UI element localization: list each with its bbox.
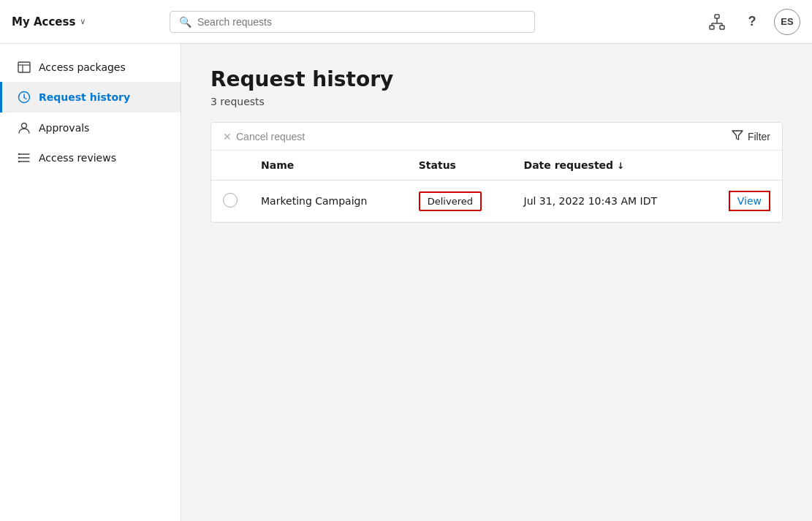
table-icon — [17, 61, 31, 73]
cancel-request-label: Cancel request — [236, 131, 305, 142]
svg-line-12 — [24, 98, 26, 99]
avatar-initials: ES — [781, 16, 793, 27]
col-name: Name — [249, 151, 407, 180]
table-header-row: Name Status Date requested ↓ — [211, 151, 782, 180]
sidebar-item-label: Request history — [39, 91, 130, 103]
row-name: Marketing Campaign — [261, 195, 367, 207]
row-radio[interactable] — [223, 193, 238, 208]
col-actions — [702, 151, 782, 180]
chevron-down-icon: ∨ — [80, 17, 86, 26]
sort-desc-icon: ↓ — [617, 161, 624, 171]
help-icon: ? — [748, 14, 756, 29]
x-icon: ✕ — [223, 131, 232, 142]
search-input[interactable] — [197, 16, 525, 28]
sidebar-item-approvals[interactable]: Approvals — [0, 113, 181, 143]
page-subtitle: 3 requests — [210, 96, 783, 107]
sidebar-item-access-reviews[interactable]: Access reviews — [0, 143, 181, 172]
filter-button[interactable]: Filter — [732, 130, 770, 142]
list-icon — [17, 152, 31, 164]
sidebar-item-access-packages[interactable]: Access packages — [0, 53, 181, 82]
header-icons: ? ES — [704, 9, 800, 35]
svg-rect-2 — [720, 26, 724, 29]
sidebar: Access packages Request history Appro — [0, 44, 181, 521]
main-layout: Access packages Request history Appro — [0, 44, 812, 521]
sidebar-item-request-history[interactable]: Request history — [0, 82, 181, 113]
col-select — [211, 151, 249, 180]
brand-button[interactable]: My Access ∨ — [12, 15, 158, 28]
svg-rect-1 — [710, 26, 714, 29]
clock-icon — [17, 91, 31, 104]
cancel-request-button[interactable]: ✕ Cancel request — [223, 131, 305, 142]
search-bar: 🔍 — [170, 11, 535, 33]
main-content: Request history 3 requests ✕ Cancel requ… — [181, 44, 812, 521]
help-button[interactable]: ? — [739, 9, 765, 35]
col-date-requested[interactable]: Date requested ↓ — [512, 151, 703, 180]
svg-point-17 — [18, 153, 20, 155]
col-status: Status — [407, 151, 512, 180]
network-icon — [709, 14, 725, 30]
svg-point-19 — [18, 161, 20, 162]
network-icon-button[interactable] — [704, 9, 730, 35]
status-badge: Delivered — [419, 191, 482, 211]
svg-rect-0 — [715, 15, 719, 18]
app-header: My Access ∨ 🔍 ? ES — [0, 0, 812, 44]
row-date-cell: Jul 31, 2022 10:43 AM IDT — [512, 180, 703, 222]
table-row: Marketing Campaign Delivered Jul 31, 202… — [211, 180, 782, 222]
sidebar-item-label: Access reviews — [39, 152, 116, 164]
page-title: Request history — [210, 67, 783, 91]
filter-icon — [732, 130, 743, 142]
sidebar-item-label: Access packages — [39, 61, 126, 73]
brand-title: My Access — [12, 15, 75, 28]
view-link[interactable]: View — [729, 191, 770, 211]
sidebar-item-label: Approvals — [39, 122, 89, 134]
row-name-cell: Marketing Campaign — [249, 180, 407, 222]
requests-table-card: ✕ Cancel request Filter — [210, 122, 783, 223]
requests-table: Name Status Date requested ↓ — [211, 151, 782, 222]
table-toolbar: ✕ Cancel request Filter — [211, 123, 782, 151]
person-icon — [17, 121, 31, 134]
filter-label: Filter — [748, 131, 770, 142]
svg-point-13 — [22, 123, 27, 129]
avatar-button[interactable]: ES — [774, 9, 800, 35]
svg-point-18 — [18, 157, 20, 159]
row-date: Jul 31, 2022 10:43 AM IDT — [524, 195, 658, 207]
row-select-cell[interactable] — [211, 180, 249, 222]
svg-rect-7 — [18, 62, 30, 72]
row-action-cell: View — [702, 180, 782, 222]
row-status-cell: Delivered — [407, 180, 512, 222]
search-icon: 🔍 — [179, 16, 191, 28]
